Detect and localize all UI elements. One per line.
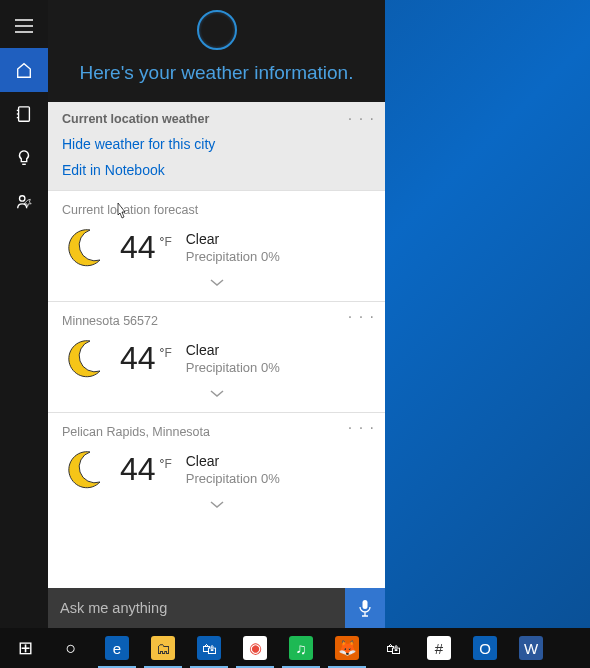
microphone-button[interactable] <box>345 588 385 628</box>
taskbar-start[interactable]: ⊞ <box>2 628 48 668</box>
cortana-icon: ○ <box>59 636 83 660</box>
outlook-icon: O <box>473 636 497 660</box>
condition-text: Clear <box>186 342 280 358</box>
search-input[interactable] <box>48 600 345 616</box>
temperature: 44 °F <box>120 229 172 266</box>
section-title: Current location weather <box>62 112 371 126</box>
firefox-icon: 🦊 <box>335 636 359 660</box>
word-icon: W <box>519 636 543 660</box>
tips-button[interactable] <box>0 136 48 180</box>
expand-chevron[interactable] <box>62 380 371 408</box>
temperature: 44 °F <box>120 340 172 377</box>
hide-weather-link[interactable]: Hide weather for this city <box>62 136 371 152</box>
forecast-card: Current location forecast 44 °F Clear Pr… <box>48 190 385 301</box>
edge-icon: e <box>105 636 129 660</box>
card-more-button[interactable]: · · · <box>348 308 375 326</box>
slack-icon: # <box>427 636 451 660</box>
card-body: 44 °F Clear Precipitation 0% <box>62 447 371 491</box>
temp-unit: °F <box>160 346 172 360</box>
card-more-button[interactable]: · · · <box>348 419 375 437</box>
feedback-button[interactable] <box>0 180 48 224</box>
expand-chevron[interactable] <box>62 269 371 297</box>
start-icon: ⊞ <box>13 636 37 660</box>
shopping-bag-icon: 🛍 <box>381 636 405 660</box>
temp-unit: °F <box>160 235 172 249</box>
taskbar-slack[interactable]: # <box>416 628 462 668</box>
taskbar-firefox[interactable]: 🦊 <box>324 628 370 668</box>
moon-icon <box>62 336 106 380</box>
temperature: 44 °F <box>120 451 172 488</box>
header-message: Here's your weather information. <box>48 62 385 84</box>
svg-rect-3 <box>19 107 30 121</box>
card-title: Current location forecast <box>62 203 371 217</box>
home-button[interactable] <box>0 48 48 92</box>
taskbar-cortana[interactable]: ○ <box>48 628 94 668</box>
expand-chevron[interactable] <box>62 491 371 519</box>
moon-icon <box>62 447 106 491</box>
taskbar-outlook[interactable]: O <box>462 628 508 668</box>
notebook-button[interactable] <box>0 92 48 136</box>
forecast-card: · · · Pelican Rapids, Minnesota 44 °F Cl… <box>48 412 385 523</box>
svg-point-8 <box>20 196 25 201</box>
edit-notebook-link[interactable]: Edit in Notebook <box>62 162 371 178</box>
menu-button[interactable] <box>0 4 48 48</box>
file-explorer-icon: 🗂 <box>151 636 175 660</box>
svg-rect-9 <box>363 600 368 609</box>
taskbar-spotify[interactable]: ♫ <box>278 628 324 668</box>
taskbar: ⊞○e🗂🛍◉♫🦊🛍#OW <box>0 628 590 668</box>
precipitation-text: Precipitation 0% <box>186 249 280 264</box>
taskbar-file-explorer[interactable]: 🗂 <box>140 628 186 668</box>
conditions: Clear Precipitation 0% <box>186 231 280 264</box>
temp-unit: °F <box>160 457 172 471</box>
temp-value: 44 <box>120 229 156 266</box>
store-icon: 🛍 <box>197 636 221 660</box>
conditions: Clear Precipitation 0% <box>186 342 280 375</box>
cortana-header: Here's your weather information. <box>48 0 385 102</box>
chrome-icon: ◉ <box>243 636 267 660</box>
precipitation-text: Precipitation 0% <box>186 360 280 375</box>
cortana-panel: Here's your weather information. Current… <box>0 0 385 628</box>
card-body: 44 °F Clear Precipitation 0% <box>62 225 371 269</box>
card-title: Pelican Rapids, Minnesota <box>62 425 371 439</box>
taskbar-chrome[interactable]: ◉ <box>232 628 278 668</box>
conditions: Clear Precipitation 0% <box>186 453 280 486</box>
taskbar-word[interactable]: W <box>508 628 554 668</box>
precipitation-text: Precipitation 0% <box>186 471 280 486</box>
weather-section-header: Current location weather · · · Hide weat… <box>48 102 385 190</box>
moon-icon <box>62 225 106 269</box>
card-title: Minnesota 56572 <box>62 314 371 328</box>
temp-value: 44 <box>120 451 156 488</box>
taskbar-shopping-bag[interactable]: 🛍 <box>370 628 416 668</box>
microphone-icon <box>358 599 372 617</box>
condition-text: Clear <box>186 453 280 469</box>
cortana-sidebar <box>0 0 48 628</box>
condition-text: Clear <box>186 231 280 247</box>
taskbar-store[interactable]: 🛍 <box>186 628 232 668</box>
weather-content: Current location weather · · · Hide weat… <box>48 102 385 628</box>
cortana-main: Here's your weather information. Current… <box>48 0 385 628</box>
spotify-icon: ♫ <box>289 636 313 660</box>
cortana-ring-icon <box>197 10 237 50</box>
cortana-search-bar <box>48 588 385 628</box>
forecast-card: · · · Minnesota 56572 44 °F Clear Precip… <box>48 301 385 412</box>
card-body: 44 °F Clear Precipitation 0% <box>62 336 371 380</box>
taskbar-edge[interactable]: e <box>94 628 140 668</box>
temp-value: 44 <box>120 340 156 377</box>
section-more-button[interactable]: · · · <box>348 110 375 128</box>
